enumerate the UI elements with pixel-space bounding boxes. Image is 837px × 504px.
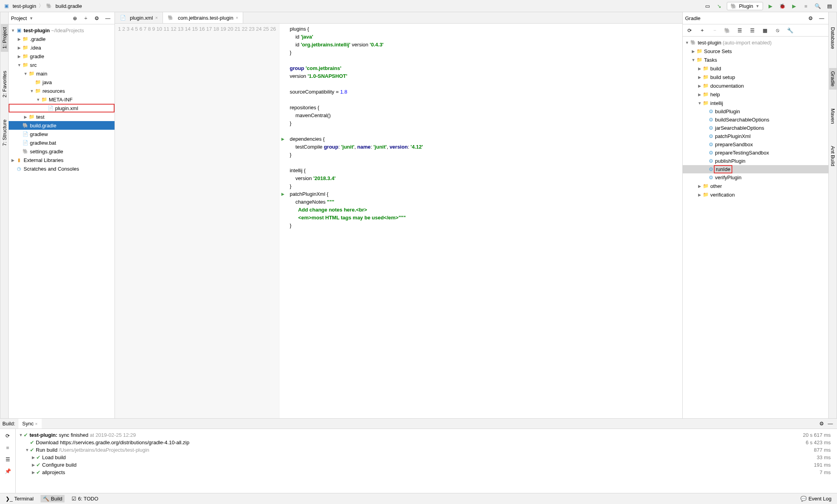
refresh-icon[interactable]: ⟳ — [4, 431, 12, 440]
tree-file-plugin-xml[interactable]: 📄plugin.xml — [9, 104, 115, 112]
gradle-task-prepareTestingSandbox[interactable]: ⚙prepareTestingSandbox — [683, 149, 828, 157]
hide-icon[interactable]: — — [826, 419, 835, 428]
project-view-title[interactable]: Project — [11, 15, 27, 21]
tree-folder-meta-inf[interactable]: ▼📁META-INF — [9, 95, 115, 104]
close-icon[interactable]: × — [236, 15, 238, 20]
remove-icon[interactable]: － — [710, 26, 719, 35]
locate-icon[interactable]: ⊕ — [70, 14, 79, 22]
run-list-icon[interactable]: ▭ — [703, 2, 712, 10]
structure-tool-tab[interactable]: 7: Structure — [1, 116, 8, 149]
sync-tree[interactable]: ▼✔test-plugin: sync finished at 2019-02-… — [16, 429, 837, 493]
group-icon[interactable]: ▦ — [761, 26, 769, 35]
tree-file-settings-gradle[interactable]: 🐘settings.gradle — [9, 147, 115, 156]
refresh-icon[interactable]: ⟳ — [685, 26, 694, 35]
add-icon[interactable]: ＋ — [698, 26, 706, 35]
wrench-icon[interactable]: 🔧 — [786, 26, 795, 35]
collapse-icon[interactable]: ☰ — [748, 26, 757, 35]
filter-icon[interactable]: ☰ — [4, 455, 12, 464]
sync-tab[interactable]: Sync × — [18, 419, 42, 429]
close-icon[interactable]: × — [155, 15, 158, 20]
expand-icon[interactable]: ☰ — [735, 26, 744, 35]
sync-row-configure-build[interactable]: ▶✔Configure build191 ms — [18, 461, 835, 469]
sync-row-download[interactable]: ✔Download https://services.gradle.org/di… — [18, 439, 835, 446]
sync-row-load-build[interactable]: ▶✔Load build33 ms — [18, 454, 835, 461]
hide-icon[interactable]: — — [103, 14, 112, 22]
terminal-tool-button[interactable]: ❯_Terminal — [3, 495, 36, 502]
tree-folder-java[interactable]: 📁java — [9, 78, 115, 86]
gradle-group-build-setup[interactable]: ▶📁build setup — [683, 73, 828, 81]
run-configuration-selector[interactable]: 🐘 Plugin ▼ — [727, 2, 763, 10]
project-tool-tab[interactable]: 1: Project — [1, 24, 8, 52]
build-icon[interactable]: ↘ — [715, 2, 724, 10]
gradle-icon[interactable]: 🐘 — [723, 26, 732, 35]
search-icon[interactable]: 🔍 — [813, 2, 822, 10]
gradle-tasks[interactable]: ▼📁Tasks — [683, 55, 828, 64]
gradle-task-prepareSandbox[interactable]: ⚙prepareSandbox — [683, 140, 828, 149]
tree-folder-idea[interactable]: ▶📁.idea — [9, 43, 115, 52]
breadcrumb-file[interactable]: build.gradle — [55, 3, 82, 9]
gradle-task-verifyPlugin[interactable]: ⚙verifyPlugin — [683, 173, 828, 182]
gradle-group-help[interactable]: ▶📁help — [683, 90, 828, 99]
maven-tool-tab[interactable]: Maven — [829, 105, 837, 127]
close-icon[interactable]: × — [35, 421, 37, 426]
tree-folder-src[interactable]: ▼📁src — [9, 61, 115, 69]
coverage-button[interactable]: ▶ — [790, 2, 798, 10]
sync-row-run-build[interactable]: ▼✔Run build /Users/jetbrains/IdeaProject… — [18, 446, 835, 454]
pin-icon[interactable]: 📌 — [4, 467, 12, 475]
code-content[interactable]: plugins { id 'java' id 'org.jetbrains.in… — [286, 24, 682, 418]
breadcrumb-project[interactable]: test-plugin — [13, 3, 36, 9]
database-tool-tab[interactable]: Database — [829, 24, 837, 52]
chevron-down-icon[interactable]: ▼ — [29, 16, 33, 20]
event-log-button[interactable]: 💬Event Log — [798, 495, 834, 502]
ant-tool-tab[interactable]: Ant Build — [829, 143, 837, 169]
gradle-group-documentation[interactable]: ▶📁documentation — [683, 81, 828, 90]
tree-external-libraries[interactable]: ▶▮External Libraries — [9, 156, 115, 164]
gradle-task-buildPlugin[interactable]: ⚙buildPlugin — [683, 107, 828, 116]
tree-file-build-gradle[interactable]: 🐘build.gradle — [9, 121, 115, 130]
tree-file-gradlew[interactable]: 📄gradlew — [9, 130, 115, 138]
tree-file-gradlew-bat[interactable]: 📄gradlew.bat — [9, 138, 115, 147]
tree-folder-test[interactable]: ▶📁test — [9, 112, 115, 121]
gradle-group-build[interactable]: ▶📁build — [683, 64, 828, 73]
gear-icon[interactable]: ⚙ — [817, 419, 826, 428]
project-tree[interactable]: ▼▣test-plugin ~/IdeaProjects ▶📁.gradle ▶… — [9, 24, 115, 418]
debug-button[interactable]: 🐞 — [778, 2, 787, 10]
sync-row-allprojects[interactable]: ▶✔allprojects7 ms — [18, 469, 835, 476]
tree-folder-main[interactable]: ▼📁main — [9, 69, 115, 78]
editor-body[interactable]: 1 2 3 4 5 6 7 8 9 10 11 12 13 14 15 16 1… — [115, 24, 682, 418]
project-root[interactable]: ▼▣test-plugin ~/IdeaProjects — [9, 26, 115, 35]
todo-tool-button[interactable]: ☑6: TODO — [69, 495, 101, 502]
run-button[interactable]: ▶ — [766, 2, 775, 10]
gear-icon[interactable]: ⚙ — [806, 14, 815, 22]
gradle-root[interactable]: ▼🐘test-plugin (auto-import enabled) — [683, 38, 828, 47]
gear-icon[interactable]: ⚙ — [92, 14, 101, 22]
gradle-tool-tab[interactable]: Gradle — [829, 68, 837, 90]
gradle-group-intellij[interactable]: ▼📁intellij — [683, 99, 828, 107]
left-tool-strip: 1: Project 2: Favorites 7: Structure — [0, 12, 9, 418]
gradle-group-verification[interactable]: ▶📁verification — [683, 190, 828, 199]
hide-icon[interactable]: — — [817, 14, 826, 22]
tree-folder-gradle[interactable]: ▶📁gradle — [9, 52, 115, 61]
collapse-icon[interactable]: ÷ — [81, 14, 90, 22]
editor-tab-build-gradle[interactable]: 🐘 com.jetbrains.test-plugin × — [163, 12, 243, 23]
tree-folder-resources[interactable]: ▼📁resources — [9, 86, 115, 95]
offline-icon[interactable]: ⦸ — [773, 26, 782, 35]
gradle-task-publishPlugin[interactable]: ⚙publishPlugin — [683, 157, 828, 165]
favorites-tool-tab[interactable]: 2: Favorites — [1, 68, 8, 101]
gradle-task-jarSearchableOptions[interactable]: ⚙jarSearchableOptions — [683, 124, 828, 132]
stop-icon[interactable]: ■ — [4, 443, 12, 452]
tree-scratches[interactable]: ◷Scratches and Consoles — [9, 164, 115, 173]
build-tool-button[interactable]: 🔨Build — [41, 495, 65, 502]
gradle-tree[interactable]: ▼🐘test-plugin (auto-import enabled) ▶📁So… — [683, 37, 828, 418]
layout-icon[interactable]: ▤ — [825, 2, 834, 10]
gradle-toolbar: ⟳ ＋ － 🐘 ☰ ☰ ▦ ⦸ 🔧 — [683, 24, 828, 37]
editor-tab-plugin-xml[interactable]: 📄 plugin.xml × — [115, 12, 163, 23]
file-icon: 📄 — [22, 140, 28, 146]
gradle-task-patchPluginXml[interactable]: ⚙patchPluginXml — [683, 132, 828, 140]
gradle-task-runIde[interactable]: ⚙runIde — [683, 165, 828, 173]
gradle-source-sets[interactable]: ▶📁Source Sets — [683, 47, 828, 55]
gradle-task-buildSearchableOptions[interactable]: ⚙buildSearchableOptions — [683, 116, 828, 124]
sync-row-root[interactable]: ▼✔test-plugin: sync finished at 2019-02-… — [18, 431, 835, 439]
gradle-group-other[interactable]: ▶📁other — [683, 182, 828, 190]
tree-folder-gradle-dot[interactable]: ▶📁.gradle — [9, 35, 115, 43]
